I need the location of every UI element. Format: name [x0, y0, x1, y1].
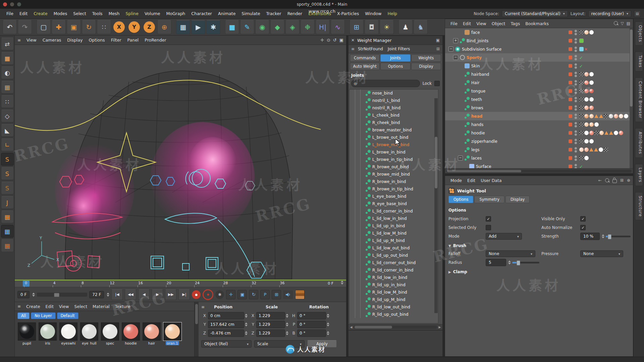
object-list-hscrollbar[interactable]: [445, 168, 633, 173]
object-tag-icon[interactable]: [579, 131, 584, 135]
key-pla-toggle[interactable]: ⊞: [272, 290, 281, 299]
visibility-dots[interactable]: [575, 164, 577, 169]
object-tag-icon[interactable]: [584, 114, 589, 118]
material-preview-sphere[interactable]: [59, 322, 77, 341]
object-tag-icon[interactable]: [579, 156, 584, 160]
object-tag-icon[interactable]: [594, 148, 598, 152]
layer-color-chip[interactable]: [569, 81, 572, 84]
layer-color-chip[interactable]: [569, 56, 572, 59]
object-row[interactable]: hands: [445, 120, 633, 129]
previous-key-button[interactable]: ◀◀: [125, 289, 136, 300]
object-manager-menu-item[interactable]: Object: [489, 21, 508, 26]
object-row[interactable]: brows: [445, 104, 633, 112]
object-tag-icon[interactable]: [604, 131, 608, 135]
viewport-pan-icon[interactable]: ✛: [320, 38, 324, 43]
object-row[interactable]: face: [445, 28, 633, 37]
joint-row[interactable]: R_browe_in_tip_bind: [350, 185, 438, 193]
object-tag-icon[interactable]: [589, 30, 594, 35]
material-menu-item[interactable]: Texture: [112, 304, 133, 309]
object-row[interactable]: − Subdivision Surface: [445, 45, 633, 53]
viewport-menu-item[interactable]: Panel: [124, 38, 142, 43]
panel-tab[interactable]: Structure: [635, 192, 643, 221]
material-menu-item[interactable]: Select: [72, 304, 90, 309]
value-spinner[interactable]: [286, 331, 288, 335]
clamp-group-header[interactable]: ▶ Clamp: [445, 267, 633, 276]
layout-options-icon[interactable]: ▤: [634, 10, 641, 17]
joint-row[interactable]: L_lid_low_M_bind: [350, 230, 438, 237]
layer-color-chip[interactable]: [569, 72, 572, 76]
dock-panel-icon[interactable]: ▣: [436, 38, 440, 43]
object-tag-icon[interactable]: [594, 114, 598, 118]
menubar-item[interactable]: Simulate: [238, 11, 263, 16]
model-mode-icon[interactable]: ■: [1, 52, 14, 65]
object-tag-icon[interactable]: [589, 122, 594, 127]
object-tag-icon[interactable]: [584, 80, 589, 85]
layer-color-chip[interactable]: [569, 114, 572, 118]
layer-color-chip[interactable]: [569, 106, 572, 110]
separator[interactable]: [395, 20, 397, 34]
panel-tab[interactable]: Layers: [635, 164, 643, 186]
layer-color-chip[interactable]: [569, 47, 572, 51]
xparticles-icon[interactable]: H|: [316, 20, 330, 34]
object-row[interactable]: hoodie: [445, 129, 633, 137]
visibility-dots[interactable]: [575, 147, 577, 153]
render-picture-viewer-icon[interactable]: ▶: [191, 20, 205, 34]
material-burger-icon[interactable]: ≡: [17, 304, 21, 309]
joint-search-input[interactable]: ⊗: [351, 80, 420, 87]
visibility-dots[interactable]: [575, 156, 577, 161]
object-row[interactable]: tongue: [445, 87, 633, 95]
object-tag-icon[interactable]: [579, 147, 584, 152]
end-frame-spinner[interactable]: [107, 293, 109, 297]
texture-mode-icon[interactable]: ◐: [1, 66, 14, 79]
goto-end-button[interactable]: ▶|: [178, 289, 190, 300]
object-tag-icon[interactable]: [589, 106, 594, 110]
object-tag-icon[interactable]: [584, 97, 589, 102]
weight-grid-icon[interactable]: ▦: [1, 225, 14, 238]
spreadsheet-icon[interactable]: ⊞: [350, 20, 364, 34]
lock-icon[interactable]: [612, 179, 617, 183]
material-preview-sphere[interactable]: [80, 322, 98, 341]
rotate-tool-icon[interactable]: ↻: [82, 20, 96, 34]
quantize-icon[interactable]: S: [1, 182, 14, 194]
expand-toggle-icon[interactable]: +: [453, 38, 458, 43]
weight-manager-subtab[interactable]: Options: [380, 63, 410, 70]
material-menu-item[interactable]: View: [56, 304, 72, 309]
subdivision-surface-icon[interactable]: ◉: [255, 20, 269, 34]
material-swatch[interactable]: hair: [142, 322, 161, 345]
volume-builder-icon[interactable]: ◆: [270, 20, 284, 34]
viewport-menu-item[interactable]: Filter: [108, 38, 124, 43]
add-icon[interactable]: ⊕: [627, 178, 630, 183]
viewport-menu-item[interactable]: ProRender: [142, 38, 169, 43]
attribute-tab[interactable]: Options: [448, 196, 473, 203]
object-tag-icon[interactable]: [579, 114, 584, 118]
menubar-item[interactable]: Extensions: [305, 11, 334, 16]
joint-row[interactable]: L_lid_corner_out_bind: [350, 259, 438, 266]
visibility-dots[interactable]: [575, 80, 577, 85]
object-tag-icon[interactable]: [599, 131, 604, 135]
object-tag-icon[interactable]: [619, 131, 623, 135]
viewport-burger-icon[interactable]: ≡: [17, 38, 21, 43]
pressure-select[interactable]: None: [580, 250, 623, 257]
menubar-item[interactable]: Character: [188, 11, 215, 16]
joint-row[interactable]: L_lid_low_in_bind: [350, 215, 438, 222]
scale-value-field[interactable]: 1.229: [256, 321, 285, 328]
material-filter-button[interactable]: Default: [57, 312, 78, 319]
end-frame-field[interactable]: 72 F: [89, 291, 104, 298]
mode-select[interactable]: Add: [486, 233, 522, 240]
visibility-dots[interactable]: [575, 30, 577, 35]
rotation-value-field[interactable]: 0 °: [297, 321, 326, 328]
viewport-maximize-icon[interactable]: ▣: [339, 38, 343, 43]
preview-range-bar[interactable]: [15, 280, 346, 281]
object-tag-icon[interactable]: [609, 131, 613, 135]
viewport-zoom-icon[interactable]: ⊙: [327, 38, 330, 43]
layout-select[interactable]: recording (User): [588, 10, 631, 17]
key-scale-toggle[interactable]: ▣: [237, 290, 247, 299]
menubar-item[interactable]: X-Particles: [334, 11, 362, 16]
paint-grid-icon[interactable]: ▦: [1, 210, 14, 223]
position-value-field[interactable]: 157.642 cm: [208, 321, 244, 328]
object-tag-icon[interactable]: [584, 72, 589, 76]
weight-manager-menu-item[interactable]: Joint Filters: [388, 47, 410, 51]
object-tag-icon[interactable]: [589, 139, 594, 143]
strength-field[interactable]: 10 %: [580, 233, 600, 240]
pen-tool-icon[interactable]: ✎: [240, 20, 254, 34]
